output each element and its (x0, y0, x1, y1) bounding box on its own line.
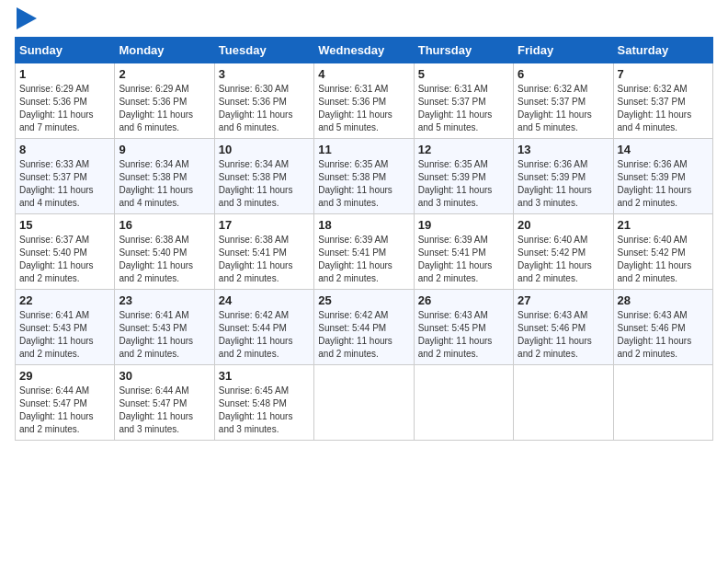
cell-info: Sunrise: 6:43 AM Sunset: 5:46 PM Dayligh… (618, 309, 709, 361)
day-number: 3 (219, 67, 310, 81)
day-number: 17 (219, 218, 310, 232)
calendar-cell: 13Sunrise: 6:36 AM Sunset: 5:39 PM Dayli… (514, 139, 613, 214)
header-area (15, 15, 713, 29)
day-number: 15 (19, 218, 110, 232)
calendar-cell: 11Sunrise: 6:35 AM Sunset: 5:38 PM Dayli… (314, 139, 414, 214)
calendar-cell: 22Sunrise: 6:41 AM Sunset: 5:43 PM Dayli… (16, 290, 115, 365)
day-number: 22 (19, 293, 110, 307)
day-number: 20 (518, 218, 609, 232)
calendar-cell: 12Sunrise: 6:35 AM Sunset: 5:39 PM Dayli… (414, 139, 513, 214)
cell-info: Sunrise: 6:33 AM Sunset: 5:37 PM Dayligh… (19, 158, 110, 210)
calendar-cell: 15Sunrise: 6:37 AM Sunset: 5:40 PM Dayli… (16, 214, 115, 290)
cell-info: Sunrise: 6:43 AM Sunset: 5:46 PM Dayligh… (518, 309, 609, 361)
day-number: 19 (418, 218, 509, 232)
calendar-cell: 25Sunrise: 6:42 AM Sunset: 5:44 PM Dayli… (314, 290, 414, 365)
cell-info: Sunrise: 6:45 AM Sunset: 5:48 PM Dayligh… (219, 385, 310, 436)
calendar-week-row: 1Sunrise: 6:29 AM Sunset: 5:36 PM Daylig… (16, 63, 713, 139)
cell-info: Sunrise: 6:34 AM Sunset: 5:38 PM Dayligh… (119, 158, 210, 210)
day-number: 21 (618, 218, 709, 232)
calendar-cell: 18Sunrise: 6:39 AM Sunset: 5:41 PM Dayli… (314, 214, 414, 290)
calendar-cell: 31Sunrise: 6:45 AM Sunset: 5:48 PM Dayli… (214, 365, 313, 441)
calendar-cell (514, 365, 613, 441)
cell-info: Sunrise: 6:30 AM Sunset: 5:36 PM Dayligh… (219, 83, 310, 134)
calendar-cell: 3Sunrise: 6:30 AM Sunset: 5:36 PM Daylig… (214, 63, 313, 139)
day-number: 29 (19, 369, 110, 383)
calendar-cell (314, 365, 414, 441)
calendar-cell: 8Sunrise: 6:33 AM Sunset: 5:37 PM Daylig… (16, 139, 115, 214)
calendar-cell (414, 365, 513, 441)
day-header-sunday: Sunday (16, 38, 115, 63)
cell-info: Sunrise: 6:38 AM Sunset: 5:41 PM Dayligh… (219, 234, 310, 285)
day-header-monday: Monday (115, 38, 214, 63)
day-number: 2 (119, 67, 210, 81)
day-number: 7 (618, 67, 709, 81)
calendar-cell: 2Sunrise: 6:29 AM Sunset: 5:36 PM Daylig… (115, 63, 214, 139)
cell-info: Sunrise: 6:42 AM Sunset: 5:44 PM Dayligh… (318, 309, 409, 361)
calendar-cell: 7Sunrise: 6:32 AM Sunset: 5:37 PM Daylig… (613, 63, 712, 139)
calendar-cell: 4Sunrise: 6:31 AM Sunset: 5:36 PM Daylig… (314, 63, 414, 139)
day-number: 18 (318, 218, 409, 232)
calendar-cell: 21Sunrise: 6:40 AM Sunset: 5:42 PM Dayli… (613, 214, 712, 290)
day-number: 11 (318, 143, 409, 156)
day-number: 23 (119, 293, 210, 307)
logo-triangle-icon (17, 7, 37, 29)
calendar-week-row: 29Sunrise: 6:44 AM Sunset: 5:47 PM Dayli… (16, 365, 713, 441)
day-header-thursday: Thursday (414, 38, 513, 63)
day-number: 4 (318, 67, 409, 81)
calendar-week-row: 8Sunrise: 6:33 AM Sunset: 5:37 PM Daylig… (16, 139, 713, 214)
calendar-cell: 5Sunrise: 6:31 AM Sunset: 5:37 PM Daylig… (414, 63, 513, 139)
calendar-cell: 27Sunrise: 6:43 AM Sunset: 5:46 PM Dayli… (514, 290, 613, 365)
cell-info: Sunrise: 6:32 AM Sunset: 5:37 PM Dayligh… (518, 83, 609, 134)
day-number: 9 (119, 143, 210, 156)
cell-info: Sunrise: 6:42 AM Sunset: 5:44 PM Dayligh… (219, 309, 310, 361)
calendar-cell: 1Sunrise: 6:29 AM Sunset: 5:36 PM Daylig… (16, 63, 115, 139)
cell-info: Sunrise: 6:35 AM Sunset: 5:39 PM Dayligh… (418, 158, 509, 210)
day-number: 14 (618, 143, 709, 156)
cell-info: Sunrise: 6:36 AM Sunset: 5:39 PM Dayligh… (618, 158, 709, 210)
cell-info: Sunrise: 6:37 AM Sunset: 5:40 PM Dayligh… (19, 234, 110, 285)
calendar-cell: 19Sunrise: 6:39 AM Sunset: 5:41 PM Dayli… (414, 214, 513, 290)
calendar-cell: 24Sunrise: 6:42 AM Sunset: 5:44 PM Dayli… (214, 290, 313, 365)
cell-info: Sunrise: 6:38 AM Sunset: 5:40 PM Dayligh… (119, 234, 210, 285)
day-header-friday: Friday (514, 38, 613, 63)
cell-info: Sunrise: 6:40 AM Sunset: 5:42 PM Dayligh… (618, 234, 709, 285)
day-number: 1 (19, 67, 110, 81)
cell-info: Sunrise: 6:35 AM Sunset: 5:38 PM Dayligh… (318, 158, 409, 210)
calendar-cell: 14Sunrise: 6:36 AM Sunset: 5:39 PM Dayli… (613, 139, 712, 214)
day-header-wednesday: Wednesday (314, 38, 414, 63)
cell-info: Sunrise: 6:39 AM Sunset: 5:41 PM Dayligh… (318, 234, 409, 285)
day-header-tuesday: Tuesday (214, 38, 313, 63)
calendar-table: SundayMondayTuesdayWednesdayThursdayFrid… (15, 37, 713, 441)
cell-info: Sunrise: 6:32 AM Sunset: 5:37 PM Dayligh… (618, 83, 709, 134)
calendar-cell: 28Sunrise: 6:43 AM Sunset: 5:46 PM Dayli… (613, 290, 712, 365)
cell-info: Sunrise: 6:31 AM Sunset: 5:36 PM Dayligh… (318, 83, 409, 134)
cell-info: Sunrise: 6:36 AM Sunset: 5:39 PM Dayligh… (518, 158, 609, 210)
calendar-cell: 6Sunrise: 6:32 AM Sunset: 5:37 PM Daylig… (514, 63, 613, 139)
cell-info: Sunrise: 6:41 AM Sunset: 5:43 PM Dayligh… (119, 309, 210, 361)
cell-info: Sunrise: 6:43 AM Sunset: 5:45 PM Dayligh… (418, 309, 509, 361)
day-number: 10 (219, 143, 310, 156)
day-number: 6 (518, 67, 609, 81)
day-number: 26 (418, 293, 509, 307)
calendar-cell: 10Sunrise: 6:34 AM Sunset: 5:38 PM Dayli… (214, 139, 313, 214)
day-number: 12 (418, 143, 509, 156)
cell-info: Sunrise: 6:29 AM Sunset: 5:36 PM Dayligh… (119, 83, 210, 134)
calendar-week-row: 15Sunrise: 6:37 AM Sunset: 5:40 PM Dayli… (16, 214, 713, 290)
cell-info: Sunrise: 6:31 AM Sunset: 5:37 PM Dayligh… (418, 83, 509, 134)
cell-info: Sunrise: 6:41 AM Sunset: 5:43 PM Dayligh… (19, 309, 110, 361)
calendar-cell: 9Sunrise: 6:34 AM Sunset: 5:38 PM Daylig… (115, 139, 214, 214)
calendar-header-row: SundayMondayTuesdayWednesdayThursdayFrid… (16, 38, 713, 63)
day-number: 16 (119, 218, 210, 232)
calendar-cell: 26Sunrise: 6:43 AM Sunset: 5:45 PM Dayli… (414, 290, 513, 365)
calendar-cell: 30Sunrise: 6:44 AM Sunset: 5:47 PM Dayli… (115, 365, 214, 441)
calendar-week-row: 22Sunrise: 6:41 AM Sunset: 5:43 PM Dayli… (16, 290, 713, 365)
cell-info: Sunrise: 6:29 AM Sunset: 5:36 PM Dayligh… (19, 83, 110, 134)
calendar-cell (613, 365, 712, 441)
logo (15, 15, 37, 29)
day-header-saturday: Saturday (613, 38, 712, 63)
calendar-cell: 29Sunrise: 6:44 AM Sunset: 5:47 PM Dayli… (16, 365, 115, 441)
cell-info: Sunrise: 6:39 AM Sunset: 5:41 PM Dayligh… (418, 234, 509, 285)
calendar-cell: 16Sunrise: 6:38 AM Sunset: 5:40 PM Dayli… (115, 214, 214, 290)
day-number: 5 (418, 67, 509, 81)
day-number: 8 (19, 143, 110, 156)
